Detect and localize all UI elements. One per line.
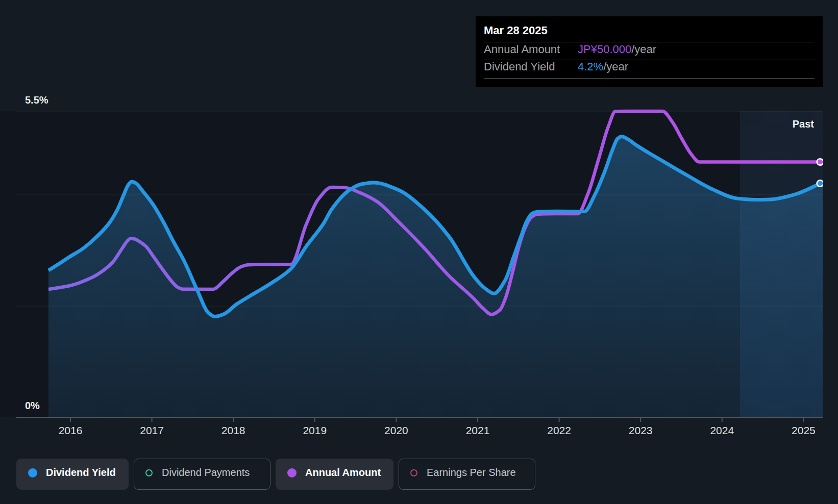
svg-text:Past: Past xyxy=(793,118,815,130)
svg-text:2019: 2019 xyxy=(303,424,327,436)
svg-text:2016: 2016 xyxy=(59,424,83,436)
svg-text:2025: 2025 xyxy=(792,424,816,436)
svg-text:5.5%: 5.5% xyxy=(25,94,48,106)
svg-text:0%: 0% xyxy=(25,400,40,411)
svg-text:2023: 2023 xyxy=(629,424,653,436)
svg-text:2022: 2022 xyxy=(547,424,571,436)
svg-text:2021: 2021 xyxy=(466,424,490,436)
svg-text:2020: 2020 xyxy=(384,424,408,436)
svg-text:2017: 2017 xyxy=(140,424,164,436)
svg-text:2024: 2024 xyxy=(710,424,734,436)
svg-text:2018: 2018 xyxy=(221,424,245,436)
